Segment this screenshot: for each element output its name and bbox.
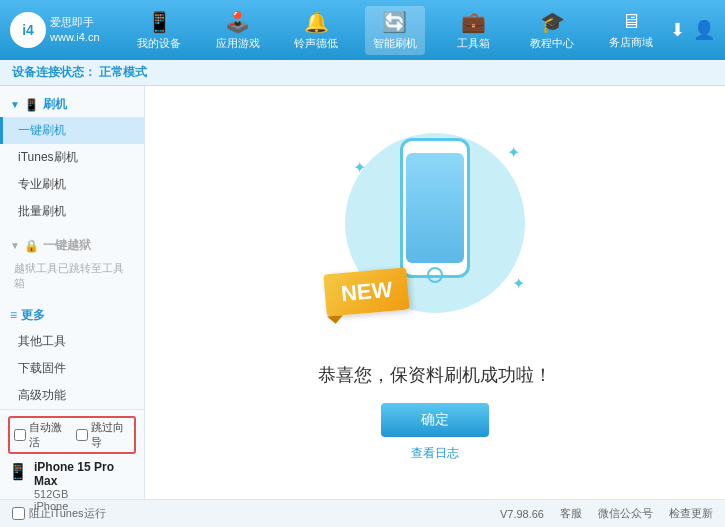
user-button[interactable]: 👤 xyxy=(693,19,715,41)
success-message: 恭喜您，保资料刷机成功啦！ xyxy=(318,363,552,387)
sparkle-icon-3: ✦ xyxy=(512,274,525,293)
footer-check-update[interactable]: 检查更新 xyxy=(669,506,713,521)
itunes-label: 阻止iTunes运行 xyxy=(29,506,106,521)
itunes-checkbox[interactable]: 阻止iTunes运行 xyxy=(12,506,106,521)
nav-tab-toolbox[interactable]: 💼 工具箱 xyxy=(444,6,504,55)
nav-tutorial-label: 教程中心 xyxy=(530,36,574,51)
more-label: 更多 xyxy=(21,307,45,324)
main-layout: ▼ 📱 刷机 一键刷机 iTunes刷机 专业刷机 批量刷机 ▼ 🔒 一键越狱 … xyxy=(0,86,725,499)
nav-toolbox-label: 工具箱 xyxy=(457,36,490,51)
nav-apps-label: 应用游戏 xyxy=(216,36,260,51)
itunes-checkbox-input[interactable] xyxy=(12,507,25,520)
auto-activate-checkbox[interactable]: 自动激活 xyxy=(14,420,68,450)
flash-collapse-icon: ▼ xyxy=(10,99,20,110)
nav-apps-icon: 🕹️ xyxy=(225,10,250,34)
sidebar-item-batch-flash[interactable]: 批量刷机 xyxy=(0,198,144,225)
phone-screen xyxy=(406,153,464,263)
sidebar-more-header: ≡ 更多 xyxy=(0,303,144,328)
sidebar-item-itunes-flash[interactable]: iTunes刷机 xyxy=(0,144,144,171)
nav-ringtones-icon: 🔔 xyxy=(304,10,329,34)
device-name: iPhone 15 Pro Max xyxy=(34,460,136,488)
jailbreak-collapse-icon: ▼ xyxy=(10,240,20,251)
nav-tab-tutorial[interactable]: 🎓 教程中心 xyxy=(522,6,582,55)
sidebar-jailbreak-note: 越狱工具已跳转至工具箱 xyxy=(0,258,144,295)
status-bar: 设备连接状态： 正常模式 xyxy=(0,60,725,86)
more-icon: ≡ xyxy=(10,308,17,322)
version-text: V7.98.66 xyxy=(500,508,544,520)
sidebar-item-one-key-flash[interactable]: 一键刷机 xyxy=(0,117,144,144)
sidebar-item-pro-flash[interactable]: 专业刷机 xyxy=(0,171,144,198)
nav-service-label: 务店商域 xyxy=(609,35,653,50)
footer-right: V7.98.66 客服 微信公众号 检查更新 xyxy=(500,506,713,521)
download-button[interactable]: ⬇ xyxy=(670,19,685,41)
nav-smart-flash-label: 智能刷机 xyxy=(373,36,417,51)
nav-tab-service[interactable]: 🖥 务店商域 xyxy=(601,6,661,55)
nav-toolbox-icon: 💼 xyxy=(461,10,486,34)
sidebar-item-download-firmware[interactable]: 下载固件 xyxy=(0,355,144,382)
nav-tab-apps-games[interactable]: 🕹️ 应用游戏 xyxy=(208,6,268,55)
auto-activate-input[interactable] xyxy=(14,429,26,441)
device-details: iPhone 15 Pro Max 512GB iPhone xyxy=(34,460,136,512)
logo-icon: i4 xyxy=(10,12,46,48)
logo-text: 爱思即手 www.i4.cn xyxy=(50,15,100,46)
footer-left: 阻止iTunes运行 xyxy=(12,506,106,521)
nav-smart-flash-icon: 🔄 xyxy=(382,10,407,34)
nav-tabs: 📱 我的设备 🕹️ 应用游戏 🔔 铃声德低 🔄 智能刷机 💼 工具箱 🎓 教程中… xyxy=(120,6,670,55)
success-illustration: ✦ ✦ ✦ NEW xyxy=(335,123,535,343)
phone-body xyxy=(400,138,470,278)
nav-tab-my-device[interactable]: 📱 我的设备 xyxy=(129,6,189,55)
flash-section-icon: 📱 xyxy=(24,98,39,112)
nav-ringtones-label: 铃声德低 xyxy=(294,36,338,51)
sparkle-icon-2: ✦ xyxy=(353,158,366,177)
flash-section-label: 刷机 xyxy=(43,96,67,113)
auto-options-row: 自动激活 跳过向导 xyxy=(8,416,136,454)
view-log-link[interactable]: 查看日志 xyxy=(411,445,459,462)
sidebar: ▼ 📱 刷机 一键刷机 iTunes刷机 专业刷机 批量刷机 ▼ 🔒 一键越狱 … xyxy=(0,86,145,499)
nav-service-icon: 🖥 xyxy=(621,10,641,33)
sidebar-flash-header[interactable]: ▼ 📱 刷机 xyxy=(0,92,144,117)
nav-my-device-label: 我的设备 xyxy=(137,36,181,51)
confirm-button[interactable]: 确定 xyxy=(381,403,489,437)
header-right: ⬇ 👤 xyxy=(670,19,715,41)
skip-guide-label: 跳过向导 xyxy=(91,420,130,450)
sparkle-icon-1: ✦ xyxy=(507,143,520,162)
phone-home-button xyxy=(427,267,443,283)
device-phone-icon: 📱 xyxy=(8,462,28,481)
footer-wechat[interactable]: 微信公众号 xyxy=(598,506,653,521)
sidebar-item-other-tools[interactable]: 其他工具 xyxy=(0,328,144,355)
nav-tab-smart-flash[interactable]: 🔄 智能刷机 xyxy=(365,6,425,55)
jailbreak-icon: 🔒 xyxy=(24,239,39,253)
auto-activate-label: 自动激活 xyxy=(29,420,68,450)
main-content: ✦ ✦ ✦ NEW 恭喜您，保资料刷机成功啦！ 确定 查看日志 xyxy=(145,86,725,499)
header: i4 爱思即手 www.i4.cn 📱 我的设备 🕹️ 应用游戏 🔔 铃声德低 … xyxy=(0,0,725,60)
jailbreak-label: 一键越狱 xyxy=(43,237,91,254)
status-prefix: 设备连接状态： xyxy=(12,65,96,79)
skip-guide-checkbox[interactable]: 跳过向导 xyxy=(76,420,130,450)
nav-tutorial-icon: 🎓 xyxy=(540,10,565,34)
nav-tab-ringtones[interactable]: 🔔 铃声德低 xyxy=(286,6,346,55)
skip-guide-input[interactable] xyxy=(76,429,88,441)
new-banner: NEW xyxy=(323,267,410,316)
device-storage: 512GB xyxy=(34,488,136,500)
sidebar-item-advanced[interactable]: 高级功能 xyxy=(0,382,144,409)
nav-my-device-icon: 📱 xyxy=(147,10,172,34)
device-section: 自动激活 跳过向导 📱 iPhone 15 Pro Max 512GB iPho… xyxy=(0,409,144,520)
status-value: 正常模式 xyxy=(99,65,147,79)
logo: i4 爱思即手 www.i4.cn xyxy=(10,12,120,48)
footer-feedback[interactable]: 客服 xyxy=(560,506,582,521)
sidebar-jailbreak-header: ▼ 🔒 一键越狱 xyxy=(0,233,144,258)
